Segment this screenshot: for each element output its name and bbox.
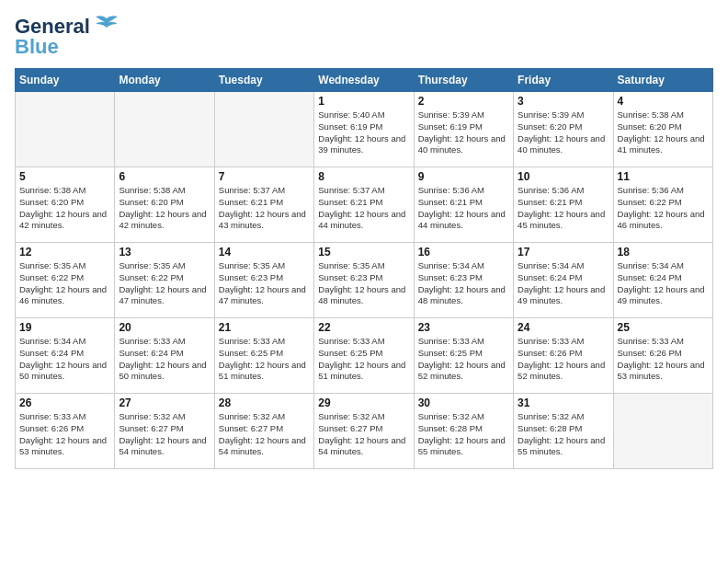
calendar-cell: 2Sunrise: 5:39 AM Sunset: 6:19 PM Daylig… [414, 92, 513, 167]
day-info: Sunrise: 5:33 AM Sunset: 6:26 PM Dayligh… [19, 411, 110, 458]
weekday-header-wednesday: Wednesday [314, 69, 414, 92]
day-number: 13 [119, 246, 210, 259]
day-info: Sunrise: 5:36 AM Sunset: 6:22 PM Dayligh… [618, 185, 709, 232]
calendar-cell: 18Sunrise: 5:34 AM Sunset: 6:24 PM Dayli… [613, 243, 712, 318]
day-number: 30 [418, 396, 509, 409]
day-info: Sunrise: 5:34 AM Sunset: 6:24 PM Dayligh… [19, 336, 110, 383]
weekday-header-tuesday: Tuesday [214, 69, 313, 92]
day-info: Sunrise: 5:34 AM Sunset: 6:24 PM Dayligh… [518, 260, 609, 307]
day-number: 14 [219, 246, 310, 259]
day-info: Sunrise: 5:33 AM Sunset: 6:25 PM Dayligh… [318, 336, 409, 383]
logo-blue: Blue [15, 35, 59, 59]
day-number: 28 [219, 396, 310, 409]
calendar-cell: 19Sunrise: 5:34 AM Sunset: 6:24 PM Dayli… [16, 318, 115, 394]
calendar-week-5: 26Sunrise: 5:33 AM Sunset: 6:26 PM Dayli… [16, 394, 713, 469]
day-info: Sunrise: 5:32 AM Sunset: 6:27 PM Dayligh… [219, 411, 310, 458]
day-info: Sunrise: 5:39 AM Sunset: 6:19 PM Dayligh… [418, 109, 509, 156]
header: General Blue [15, 15, 713, 59]
calendar-cell: 24Sunrise: 5:33 AM Sunset: 6:26 PM Dayli… [514, 318, 613, 394]
weekday-header-sunday: Sunday [16, 69, 115, 92]
day-info: Sunrise: 5:40 AM Sunset: 6:19 PM Dayligh… [318, 109, 409, 156]
day-number: 15 [318, 246, 409, 259]
day-number: 26 [19, 396, 110, 409]
calendar-header: SundayMondayTuesdayWednesdayThursdayFrid… [16, 69, 713, 92]
day-info: Sunrise: 5:38 AM Sunset: 6:20 PM Dayligh… [119, 185, 210, 232]
day-number: 22 [318, 321, 409, 334]
weekday-row: SundayMondayTuesdayWednesdayThursdayFrid… [16, 69, 713, 92]
day-info: Sunrise: 5:32 AM Sunset: 6:27 PM Dayligh… [318, 411, 409, 458]
day-info: Sunrise: 5:36 AM Sunset: 6:21 PM Dayligh… [518, 185, 609, 232]
page: General Blue SundayMondayTuesdayWednesda… [0, 0, 728, 563]
day-number: 11 [618, 170, 709, 183]
calendar-week-3: 12Sunrise: 5:35 AM Sunset: 6:22 PM Dayli… [16, 243, 713, 318]
calendar-cell: 16Sunrise: 5:34 AM Sunset: 6:23 PM Dayli… [414, 243, 513, 318]
day-number: 24 [518, 321, 609, 334]
calendar-cell: 30Sunrise: 5:32 AM Sunset: 6:28 PM Dayli… [414, 394, 513, 469]
calendar-week-2: 5Sunrise: 5:38 AM Sunset: 6:20 PM Daylig… [16, 167, 713, 243]
calendar-cell: 23Sunrise: 5:33 AM Sunset: 6:25 PM Dayli… [414, 318, 513, 394]
calendar-cell: 21Sunrise: 5:33 AM Sunset: 6:25 PM Dayli… [214, 318, 313, 394]
day-number: 1 [318, 95, 409, 108]
day-info: Sunrise: 5:32 AM Sunset: 6:28 PM Dayligh… [418, 411, 509, 458]
day-number: 25 [618, 321, 709, 334]
day-info: Sunrise: 5:32 AM Sunset: 6:28 PM Dayligh… [518, 411, 609, 458]
calendar-cell: 15Sunrise: 5:35 AM Sunset: 6:23 PM Dayli… [314, 243, 414, 318]
day-info: Sunrise: 5:33 AM Sunset: 6:24 PM Dayligh… [119, 336, 210, 383]
day-info: Sunrise: 5:38 AM Sunset: 6:20 PM Dayligh… [618, 109, 709, 156]
logo: General Blue [15, 15, 119, 59]
weekday-header-friday: Friday [514, 69, 613, 92]
calendar-cell [214, 92, 313, 167]
calendar-cell: 9Sunrise: 5:36 AM Sunset: 6:21 PM Daylig… [414, 167, 513, 243]
calendar-cell: 27Sunrise: 5:32 AM Sunset: 6:27 PM Dayli… [115, 394, 214, 469]
day-info: Sunrise: 5:34 AM Sunset: 6:24 PM Dayligh… [618, 260, 709, 307]
day-number: 6 [119, 170, 210, 183]
calendar-cell: 17Sunrise: 5:34 AM Sunset: 6:24 PM Dayli… [514, 243, 613, 318]
day-number: 5 [19, 170, 110, 183]
calendar-cell: 13Sunrise: 5:35 AM Sunset: 6:22 PM Dayli… [115, 243, 214, 318]
day-info: Sunrise: 5:35 AM Sunset: 6:23 PM Dayligh… [318, 260, 409, 307]
calendar-cell: 12Sunrise: 5:35 AM Sunset: 6:22 PM Dayli… [16, 243, 115, 318]
calendar-cell: 1Sunrise: 5:40 AM Sunset: 6:19 PM Daylig… [314, 92, 414, 167]
calendar-cell: 4Sunrise: 5:38 AM Sunset: 6:20 PM Daylig… [613, 92, 712, 167]
calendar-week-4: 19Sunrise: 5:34 AM Sunset: 6:24 PM Dayli… [16, 318, 713, 394]
day-number: 8 [318, 170, 409, 183]
calendar-cell [16, 92, 115, 167]
calendar-cell: 28Sunrise: 5:32 AM Sunset: 6:27 PM Dayli… [214, 394, 313, 469]
calendar-cell: 26Sunrise: 5:33 AM Sunset: 6:26 PM Dayli… [16, 394, 115, 469]
day-number: 27 [119, 396, 210, 409]
calendar-cell: 7Sunrise: 5:37 AM Sunset: 6:21 PM Daylig… [214, 167, 313, 243]
calendar-cell: 3Sunrise: 5:39 AM Sunset: 6:20 PM Daylig… [514, 92, 613, 167]
calendar-cell: 20Sunrise: 5:33 AM Sunset: 6:24 PM Dayli… [115, 318, 214, 394]
day-number: 19 [19, 321, 110, 334]
day-info: Sunrise: 5:32 AM Sunset: 6:27 PM Dayligh… [119, 411, 210, 458]
day-info: Sunrise: 5:37 AM Sunset: 6:21 PM Dayligh… [318, 185, 409, 232]
calendar-cell: 25Sunrise: 5:33 AM Sunset: 6:26 PM Dayli… [613, 318, 712, 394]
calendar-cell: 5Sunrise: 5:38 AM Sunset: 6:20 PM Daylig… [16, 167, 115, 243]
calendar-week-1: 1Sunrise: 5:40 AM Sunset: 6:19 PM Daylig… [16, 92, 713, 167]
day-info: Sunrise: 5:33 AM Sunset: 6:26 PM Dayligh… [518, 336, 609, 383]
day-info: Sunrise: 5:33 AM Sunset: 6:26 PM Dayligh… [618, 336, 709, 383]
day-number: 12 [19, 246, 110, 259]
weekday-header-saturday: Saturday [613, 69, 712, 92]
weekday-header-monday: Monday [115, 69, 214, 92]
day-info: Sunrise: 5:33 AM Sunset: 6:25 PM Dayligh… [418, 336, 509, 383]
day-info: Sunrise: 5:33 AM Sunset: 6:25 PM Dayligh… [219, 336, 310, 383]
day-number: 16 [418, 246, 509, 259]
day-number: 10 [518, 170, 609, 183]
day-info: Sunrise: 5:34 AM Sunset: 6:23 PM Dayligh… [418, 260, 509, 307]
day-number: 7 [219, 170, 310, 183]
day-info: Sunrise: 5:38 AM Sunset: 6:20 PM Dayligh… [19, 185, 110, 232]
day-number: 17 [518, 246, 609, 259]
day-info: Sunrise: 5:35 AM Sunset: 6:23 PM Dayligh… [219, 260, 310, 307]
day-info: Sunrise: 5:37 AM Sunset: 6:21 PM Dayligh… [219, 185, 310, 232]
weekday-header-thursday: Thursday [414, 69, 513, 92]
calendar-cell: 8Sunrise: 5:37 AM Sunset: 6:21 PM Daylig… [314, 167, 414, 243]
calendar-body: 1Sunrise: 5:40 AM Sunset: 6:19 PM Daylig… [16, 92, 713, 469]
day-info: Sunrise: 5:36 AM Sunset: 6:21 PM Dayligh… [418, 185, 509, 232]
day-info: Sunrise: 5:39 AM Sunset: 6:20 PM Dayligh… [518, 109, 609, 156]
day-number: 21 [219, 321, 310, 334]
day-number: 31 [518, 396, 609, 409]
calendar-cell: 29Sunrise: 5:32 AM Sunset: 6:27 PM Dayli… [314, 394, 414, 469]
day-number: 23 [418, 321, 509, 334]
calendar-cell [613, 394, 712, 469]
